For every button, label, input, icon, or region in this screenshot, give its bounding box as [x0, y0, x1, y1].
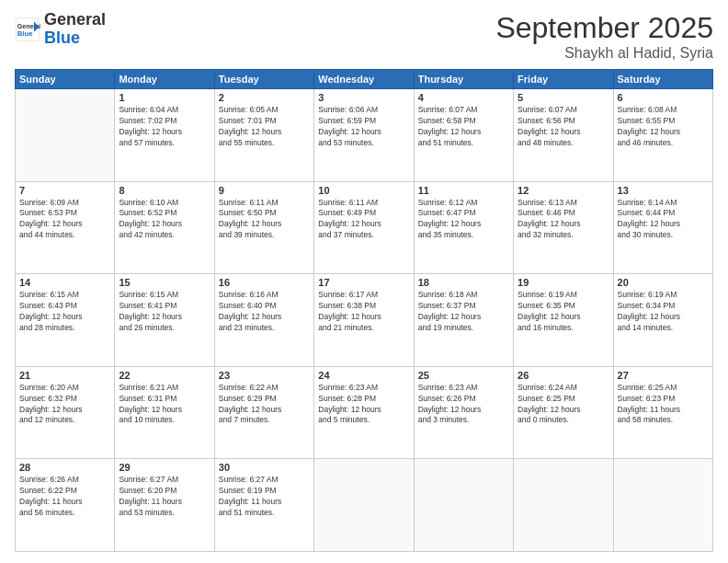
calendar-week-3: 14Sunrise: 6:15 AM Sunset: 6:43 PM Dayli… — [16, 274, 713, 367]
calendar-cell: 22Sunrise: 6:21 AM Sunset: 6:31 PM Dayli… — [115, 366, 214, 459]
day-number: 26 — [518, 370, 609, 381]
calendar-cell: 5Sunrise: 6:07 AM Sunset: 6:56 PM Daylig… — [514, 89, 613, 182]
day-info: Sunrise: 6:09 AM Sunset: 6:53 PM Dayligh… — [19, 198, 110, 242]
day-info: Sunrise: 6:22 AM Sunset: 6:29 PM Dayligh… — [219, 383, 310, 427]
day-info: Sunrise: 6:25 AM Sunset: 6:23 PM Dayligh… — [618, 383, 709, 427]
calendar-table: Sunday Monday Tuesday Wednesday Thursday… — [15, 69, 713, 552]
calendar-cell: 28Sunrise: 6:26 AM Sunset: 6:22 PM Dayli… — [16, 459, 115, 552]
calendar-cell: 27Sunrise: 6:25 AM Sunset: 6:23 PM Dayli… — [613, 366, 712, 459]
col-tuesday: Tuesday — [214, 70, 313, 89]
month-title: September 2025 — [495, 11, 713, 45]
day-number: 11 — [418, 185, 509, 196]
col-saturday: Saturday — [613, 70, 712, 89]
day-info: Sunrise: 6:05 AM Sunset: 7:01 PM Dayligh… — [219, 105, 310, 149]
calendar-cell: 21Sunrise: 6:20 AM Sunset: 6:32 PM Dayli… — [16, 366, 115, 459]
day-number: 12 — [518, 185, 609, 196]
day-info: Sunrise: 6:27 AM Sunset: 6:19 PM Dayligh… — [219, 475, 310, 519]
day-info: Sunrise: 6:16 AM Sunset: 6:40 PM Dayligh… — [219, 290, 310, 334]
calendar-cell: 4Sunrise: 6:07 AM Sunset: 6:58 PM Daylig… — [414, 89, 513, 182]
calendar-cell: 23Sunrise: 6:22 AM Sunset: 6:29 PM Dayli… — [214, 366, 313, 459]
calendar-cell: 29Sunrise: 6:27 AM Sunset: 6:20 PM Dayli… — [115, 459, 214, 552]
day-info: Sunrise: 6:12 AM Sunset: 6:47 PM Dayligh… — [418, 198, 509, 242]
logo-icon: General Blue — [15, 17, 40, 42]
day-number: 25 — [418, 370, 509, 381]
col-friday: Friday — [514, 70, 613, 89]
calendar-cell: 8Sunrise: 6:10 AM Sunset: 6:52 PM Daylig… — [115, 181, 214, 274]
day-info: Sunrise: 6:07 AM Sunset: 6:58 PM Dayligh… — [418, 105, 509, 149]
calendar-cell: 10Sunrise: 6:11 AM Sunset: 6:49 PM Dayli… — [314, 181, 414, 274]
calendar-cell: 6Sunrise: 6:08 AM Sunset: 6:55 PM Daylig… — [613, 89, 712, 182]
day-info: Sunrise: 6:04 AM Sunset: 7:02 PM Dayligh… — [119, 105, 210, 149]
day-number: 15 — [119, 277, 210, 288]
calendar-cell: 19Sunrise: 6:19 AM Sunset: 6:35 PM Dayli… — [514, 274, 613, 367]
day-info: Sunrise: 6:14 AM Sunset: 6:44 PM Dayligh… — [618, 198, 709, 242]
calendar-cell — [16, 89, 115, 182]
calendar-cell: 30Sunrise: 6:27 AM Sunset: 6:19 PM Dayli… — [214, 459, 313, 552]
day-info: Sunrise: 6:11 AM Sunset: 6:49 PM Dayligh… — [318, 198, 409, 242]
day-info: Sunrise: 6:17 AM Sunset: 6:38 PM Dayligh… — [318, 290, 409, 334]
page: General Blue General Blue September 2025… — [0, 0, 728, 563]
day-info: Sunrise: 6:15 AM Sunset: 6:41 PM Dayligh… — [119, 290, 210, 334]
logo-blue: Blue — [44, 29, 80, 47]
header: General Blue General Blue September 2025… — [15, 11, 713, 62]
day-info: Sunrise: 6:19 AM Sunset: 6:34 PM Dayligh… — [618, 290, 709, 334]
calendar-cell: 13Sunrise: 6:14 AM Sunset: 6:44 PM Dayli… — [613, 181, 712, 274]
day-number: 7 — [19, 185, 110, 196]
day-number: 10 — [318, 185, 409, 196]
day-info: Sunrise: 6:13 AM Sunset: 6:46 PM Dayligh… — [518, 198, 609, 242]
calendar-cell — [514, 459, 613, 552]
calendar-cell: 18Sunrise: 6:18 AM Sunset: 6:37 PM Dayli… — [414, 274, 513, 367]
day-number: 8 — [119, 185, 210, 196]
calendar-cell — [613, 459, 712, 552]
day-number: 17 — [318, 277, 409, 288]
day-info: Sunrise: 6:23 AM Sunset: 6:28 PM Dayligh… — [318, 383, 409, 427]
day-info: Sunrise: 6:08 AM Sunset: 6:55 PM Dayligh… — [618, 105, 709, 149]
logo: General Blue General Blue — [15, 11, 106, 48]
calendar-cell: 16Sunrise: 6:16 AM Sunset: 6:40 PM Dayli… — [214, 274, 313, 367]
calendar-cell: 3Sunrise: 6:06 AM Sunset: 6:59 PM Daylig… — [314, 89, 414, 182]
day-number: 30 — [219, 462, 310, 473]
day-number: 18 — [418, 277, 509, 288]
title-block: September 2025 Shaykh al Hadid, Syria — [495, 11, 713, 62]
day-number: 28 — [19, 462, 110, 473]
day-number: 14 — [19, 277, 110, 288]
day-number: 16 — [219, 277, 310, 288]
day-info: Sunrise: 6:21 AM Sunset: 6:31 PM Dayligh… — [119, 383, 210, 427]
calendar-cell: 1Sunrise: 6:04 AM Sunset: 7:02 PM Daylig… — [115, 89, 214, 182]
day-info: Sunrise: 6:15 AM Sunset: 6:43 PM Dayligh… — [19, 290, 110, 334]
calendar-week-1: 1Sunrise: 6:04 AM Sunset: 7:02 PM Daylig… — [16, 89, 713, 182]
day-info: Sunrise: 6:24 AM Sunset: 6:25 PM Dayligh… — [518, 383, 609, 427]
day-number: 3 — [318, 92, 409, 103]
day-number: 22 — [119, 370, 210, 381]
calendar-week-4: 21Sunrise: 6:20 AM Sunset: 6:32 PM Dayli… — [16, 366, 713, 459]
svg-text:Blue: Blue — [17, 29, 33, 38]
calendar-cell: 2Sunrise: 6:05 AM Sunset: 7:01 PM Daylig… — [214, 89, 313, 182]
calendar-week-5: 28Sunrise: 6:26 AM Sunset: 6:22 PM Dayli… — [16, 459, 713, 552]
day-number: 9 — [219, 185, 310, 196]
col-sunday: Sunday — [16, 70, 115, 89]
calendar-cell: 17Sunrise: 6:17 AM Sunset: 6:38 PM Dayli… — [314, 274, 414, 367]
day-number: 27 — [618, 370, 709, 381]
calendar-cell: 15Sunrise: 6:15 AM Sunset: 6:41 PM Dayli… — [115, 274, 214, 367]
day-number: 4 — [418, 92, 509, 103]
calendar-week-2: 7Sunrise: 6:09 AM Sunset: 6:53 PM Daylig… — [16, 181, 713, 274]
logo-text: General Blue — [44, 11, 106, 48]
calendar-cell: 11Sunrise: 6:12 AM Sunset: 6:47 PM Dayli… — [414, 181, 513, 274]
day-info: Sunrise: 6:11 AM Sunset: 6:50 PM Dayligh… — [219, 198, 310, 242]
calendar-cell: 14Sunrise: 6:15 AM Sunset: 6:43 PM Dayli… — [16, 274, 115, 367]
day-info: Sunrise: 6:27 AM Sunset: 6:20 PM Dayligh… — [119, 475, 210, 519]
logo-general: General — [44, 10, 106, 29]
day-info: Sunrise: 6:18 AM Sunset: 6:37 PM Dayligh… — [418, 290, 509, 334]
col-thursday: Thursday — [414, 70, 513, 89]
calendar-cell: 12Sunrise: 6:13 AM Sunset: 6:46 PM Dayli… — [514, 181, 613, 274]
calendar-cell — [314, 459, 414, 552]
day-number: 6 — [618, 92, 709, 103]
location-subtitle: Shaykh al Hadid, Syria — [495, 45, 713, 62]
day-number: 23 — [219, 370, 310, 381]
day-number: 2 — [219, 92, 310, 103]
col-monday: Monday — [115, 70, 214, 89]
calendar-cell: 9Sunrise: 6:11 AM Sunset: 6:50 PM Daylig… — [214, 181, 313, 274]
day-number: 21 — [19, 370, 110, 381]
header-row: Sunday Monday Tuesday Wednesday Thursday… — [16, 70, 713, 89]
calendar-cell: 7Sunrise: 6:09 AM Sunset: 6:53 PM Daylig… — [16, 181, 115, 274]
